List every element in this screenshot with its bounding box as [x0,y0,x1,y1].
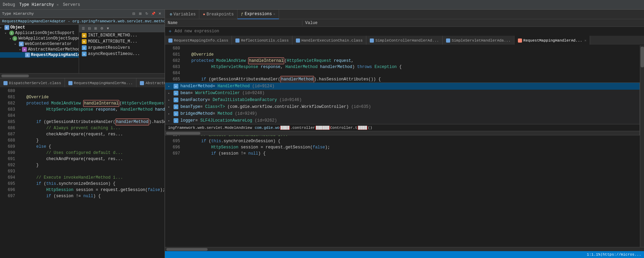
popup-hscroll[interactable] [165,131,640,135]
field-collapse-btn[interactable]: ▼ [105,26,111,31]
expand-all-btn[interactable]: ⊞ [137,11,143,16]
ln-696: 696 [0,187,15,193]
expressions-close-icon[interactable]: ✕ [273,12,275,16]
ac-expand-handlermethod[interactable]: ▸ [168,85,171,88]
field-item-model-attr[interactable]: K MODEL_ATTRIBUTE_M... [79,38,165,45]
tree-item-abstracthandler[interactable]: ▸ A AbstractHandlerMethodAdapter [0,47,79,52]
code-line-690: // Uses configured default d... [16,150,165,156]
tab-handlerexecution[interactable]: HandlerExecutionChain.class [292,36,366,45]
right-code-content: @Override protected ModelAndView handleI… [181,45,640,247]
tab-requestmapping-handler-ma[interactable]: RequestMappingHandlerMa... [65,78,137,88]
type-hierarchy-close-icon[interactable]: ✕ [57,3,59,7]
webappobjectsupport-arrow[interactable]: ▸ [10,37,11,41]
hierarchy-header: Type Hierarchy ⊟ ⊞ ↻ 📌 ✕ [0,10,165,18]
rcl-683: HttpServletResponse response, HandlerMet… [181,64,640,70]
right-vscroll[interactable] [640,45,644,247]
debug-tab-expressions[interactable]: ƒ Expressions ✕ [237,10,279,19]
top-bar-servers[interactable]: Servers [63,2,80,7]
ac-expand-logger[interactable]: ▸ [168,119,171,123]
webappobjectsupport-icon: I [12,36,17,41]
code-line-692: } [16,162,165,168]
tab-label-rma: RequestMappingHandlerAd... [523,38,582,43]
field-toggle2-btn[interactable]: ⊟ [87,26,92,31]
code-main-col: @Override protected ModelAndView handleI… [16,88,165,258]
tree-item-webcontentgen[interactable]: ▸ C WebContentGenerator [0,41,79,47]
collapse-all-btn[interactable]: ⊟ [131,11,136,16]
breakpoints-label: Breakpoints [207,12,234,17]
tab-requestmapping-adapter[interactable]: RequestMappingHandlerAd... ✕ [514,36,590,45]
field-toggle1-btn[interactable]: ☰ [80,26,86,31]
code-line-681: @Override [16,94,165,100]
tab-reflectionutils[interactable]: ReflectionUtils.class [232,36,292,45]
hierarchy-hscroll[interactable] [0,73,165,78]
rcl-680 [181,45,640,52]
rcl-681: @Override [181,52,640,58]
rcl-684 [181,70,640,76]
webcontentgen-arrow[interactable]: ▸ [14,42,18,46]
field-item-async-timeout[interactable]: m asyncRequestTimeou... [79,51,165,57]
field-list-panel: ☰ ⊟ ⊞ ⚙ ▼ K INIT_BINDER_METHO... K M [79,25,165,73]
field-toggle3-btn[interactable]: ⊞ [93,26,98,31]
tab-close-rma[interactable]: ✕ [584,38,586,43]
ac-item-beantype[interactable]: ▸ v beanType= Class<T> (com.gdie.workflo… [165,103,640,110]
debug-label: Debug [3,2,15,7]
tree-item-appobjectsupport[interactable]: ▸ I ApplicationObjectSupport [0,30,79,36]
ac-expand-beanfactory[interactable]: ▸ [168,98,171,102]
field-toolbar: ☰ ⊟ ⊞ ⚙ ▼ [79,25,165,32]
popup-redacted3: ████ [357,126,368,130]
hierarchy-hscroll-thumb [1,75,29,77]
field-filter-btn[interactable]: ⚙ [99,26,104,31]
hierarchy-split: ▸ C Object ▸ I ApplicationObjectSupport [0,25,165,73]
object-arrow[interactable]: ▸ [0,26,3,30]
ac-item-beanfactory[interactable]: ▸ v beanFactory= DefaultListableBeanFact… [165,97,640,103]
add-expression-row[interactable]: ＋ Add new expression [165,27,644,36]
top-bar-type-hierarchy[interactable]: Type Hierarchy ✕ [19,2,59,7]
tree-item-requestmapping[interactable]: C RequestMappingHandlerAdapter [0,52,79,58]
tab-requestmappinginfo[interactable]: RequestMappingInfo.class [165,36,232,45]
tab-abstract-handler[interactable]: AbstractHandlerMethodAd... [136,78,165,88]
status-bar: 1:1.1%|https://micros... [165,251,644,258]
debug-tab-breakpoints[interactable]: ● Breakpoints [199,10,237,19]
ac-expand-bean[interactable]: ▸ [168,91,171,95]
autocomplete-list: ▸ v handlerMethod= HandlerMethod (id=912… [165,83,640,124]
ac-item-bridgedmethod[interactable]: ▸ v bridgedMethod= Method (id=9249) [165,110,640,117]
close-hierarchy-btn[interactable]: ✕ [157,11,163,16]
servers-label: Servers [63,2,80,7]
ac-expand-bridgedmethod[interactable]: ▸ [168,112,171,116]
refresh-btn[interactable]: ↻ [144,11,149,16]
hierarchy-tree-panel: ▸ C Object ▸ I ApplicationObjectSupport [0,25,79,73]
top-bar-debug[interactable]: Debug [3,2,15,7]
appobjectsupport-label: ApplicationObjectSupport [15,31,75,35]
object-class-icon: C [4,25,9,30]
ac-item-handlermethod[interactable]: ▸ v handlerMethod= HandlerMethod (id=912… [165,83,640,90]
ac-expand-beantype[interactable]: ▸ [168,105,171,109]
arg-resolvers-icon: m [82,45,87,50]
add-expression-label: Add new expression [175,29,219,34]
tree-item-object[interactable]: ▸ C Object [0,25,79,30]
variables-icon: ⚙ [170,12,172,16]
ln-682: 682 [0,100,15,106]
field-item-arg-resolvers[interactable]: m argumentResolvers [79,45,165,51]
tab-simplecontroller[interactable]: SimpleControllerHandlerAd... [366,36,443,45]
popup-redacted2: ██████ [315,126,330,130]
tab-dispatcherservlet[interactable]: DispatcherServlet.class [0,78,65,88]
webappobjectsupport-label: WebApplicationObjectSupport [18,36,79,41]
ac-item-logger[interactable]: ▸ v logger= SLF4JLocationAwareLog (id=92… [165,117,640,124]
tab-icon-hec [296,38,300,43]
abstracthandler-arrow[interactable]: ▸ [19,48,21,52]
field-item-init-binder[interactable]: K INIT_BINDER_METHO... [79,32,165,38]
right-line-numbers: 680 681 682 683 684 685 686 687 688 689 … [165,45,181,247]
model-attr-label: MODEL_ATTRIBUTE_M... [88,39,137,44]
popup-bottom-suffix: Controller.t [330,126,357,130]
pin-btn[interactable]: 📌 [151,11,156,16]
right-hscroll[interactable] [165,247,644,251]
debug-tab-variables[interactable]: ⚙ Variables [166,10,199,19]
ac-item-bean[interactable]: ▸ v bean= WorkflowController (id=9248) [165,90,640,97]
ac-icon-beanfactory: v [174,98,178,102]
tree-item-webappobjectsupport[interactable]: ▸ I WebApplicationObjectSupport [0,36,79,41]
code-line-695: if (this.synchronizeOnSession) { [16,181,165,187]
tab-simpleservlet[interactable]: SimpleServletHandlerAda... [443,36,514,45]
ac-label-logger: logger= SLF4JLocationAwareLog (id=9262) [180,118,277,123]
add-expression-icon: ＋ [168,28,173,34]
appobjectsupport-arrow[interactable]: ▸ [5,31,8,35]
